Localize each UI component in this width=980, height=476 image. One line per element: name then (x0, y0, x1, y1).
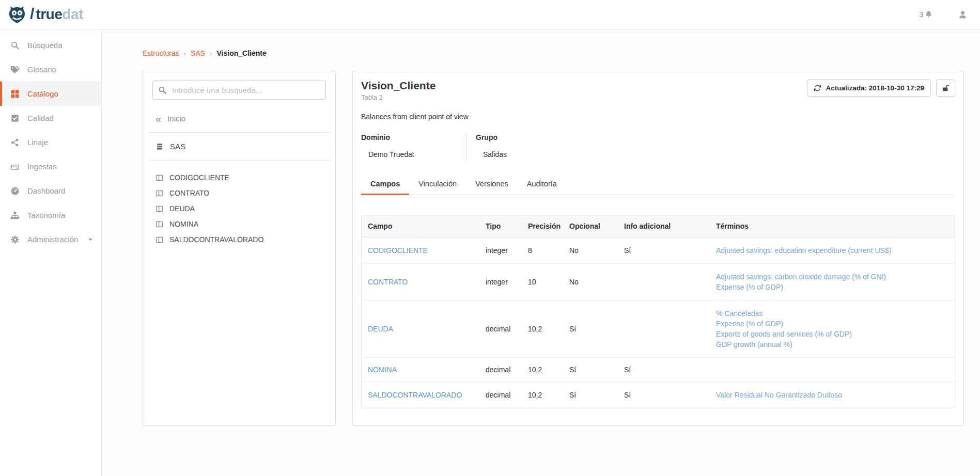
term-link[interactable]: Expense (% of GDP) (716, 319, 951, 329)
term-link[interactable]: Adjusted savings: education expenditure … (716, 245, 951, 256)
structure-search-box (152, 81, 326, 100)
structure-explorer-panel: « Inicio SAS CODIGOCLIENTE CONTRATO (143, 71, 336, 426)
field-terms: Adjusted savings: education expenditure … (710, 237, 955, 264)
breadcrumb: Estructuras › SAS › Vision_Cliente (143, 49, 964, 57)
field-optional: Sí (563, 300, 618, 358)
structure-description: Balances from client point of view (361, 113, 955, 121)
sidebar-item-label: Taxonomía (27, 211, 65, 219)
structure-type-badge: Tabla 2 (361, 93, 435, 101)
field-extra-info (618, 264, 710, 300)
bell-icon (924, 10, 933, 19)
sidebar-item-dashboard[interactable]: Dashboard (0, 179, 101, 203)
chevron-down-icon[interactable] (87, 236, 94, 243)
back-to-inicio[interactable]: « Inicio (152, 114, 326, 123)
table-item[interactable]: DEUDA (152, 201, 326, 216)
term-link[interactable]: Expense (% of GDP) (716, 282, 951, 292)
field-row-deuda: DEUDA decimal 10,2 Sí % Canceladas Expen… (362, 300, 955, 358)
table-item-label: NOMINA (169, 220, 198, 228)
field-terms (710, 358, 955, 382)
share-icon (10, 138, 20, 147)
field-row-nomina: NOMINA decimal 10,2 Sí Sí (362, 358, 955, 382)
table-item-label: SALDOCONTRAVALORADO (169, 235, 263, 244)
term-link[interactable]: Adjusted savings: carbon dioxide damage … (716, 272, 951, 282)
col-opcional: Opcional (563, 215, 618, 237)
search-input[interactable] (172, 86, 320, 94)
owl-logo-icon (7, 6, 27, 24)
table-item[interactable]: CONTRATO (152, 185, 326, 201)
sidebar-item-glosario[interactable]: Glosario (0, 57, 101, 82)
field-link[interactable]: CODIGOCLIENTE (368, 246, 428, 255)
truedat-logo[interactable]: / truedat (7, 5, 83, 24)
sidebar-item-label: Linaje (27, 138, 48, 147)
table-icon (155, 174, 163, 182)
page-title: Vision_Cliente (361, 80, 435, 92)
tab-versiones[interactable]: Versiones (466, 175, 518, 195)
system-item-sas[interactable]: SAS (152, 142, 326, 151)
field-link[interactable]: CONTRATO (368, 278, 408, 286)
tab-vinculacion[interactable]: Vinculación (409, 175, 466, 195)
sidebar-item-taxonomia[interactable]: Taxonomía (0, 203, 101, 227)
user-avatar-button[interactable] (958, 10, 968, 20)
sidebar-item-calidad[interactable]: Calidad (0, 106, 101, 130)
group-label: Grupo (476, 133, 507, 141)
field-precision: 10,2 (522, 382, 563, 408)
sidebar-item-administracion[interactable]: Administración (0, 227, 101, 251)
sidebar-item-label: Administración (27, 235, 78, 244)
back-label: Inicio (167, 114, 185, 123)
brand-secondary: dat (62, 6, 83, 22)
field-type: integer (479, 264, 522, 300)
term-link[interactable]: Exports of goods and services (% of GDP) (716, 329, 951, 339)
table-icon (155, 236, 163, 244)
fields-table-header-row: Campo Tipo Precisión Opcional Info adici… (362, 215, 955, 237)
refresh-button[interactable]: Actualizada: 2018-10-30 17:29 (807, 80, 931, 97)
breadcrumb-link-estructuras[interactable]: Estructuras (143, 49, 179, 57)
sidebar-item-label: Ingestas (27, 162, 57, 171)
field-link[interactable]: DEUDA (368, 325, 393, 333)
fields-table: Campo Tipo Precisión Opcional Info adici… (361, 215, 955, 408)
table-item[interactable]: SALDOCONTRAVALORADO (152, 232, 326, 247)
term-link[interactable]: % Canceladas (716, 308, 951, 319)
tab-campos[interactable]: Campos (361, 175, 409, 195)
sidebar-item-catalogo[interactable]: Catálogo (0, 82, 101, 106)
table-item[interactable]: CODIGOCLIENTE (152, 170, 326, 185)
field-extra-info: Sí (618, 382, 710, 408)
search-icon (10, 41, 20, 50)
domain-value: Demo Truedat (361, 150, 466, 158)
topbar-actions: 3 (919, 10, 968, 20)
notifications-button[interactable]: 3 (919, 10, 933, 19)
field-extra-info (618, 300, 710, 358)
sidebar-item-label: Calidad (27, 114, 54, 122)
field-optional: Sí (563, 358, 618, 382)
sidebar-item-linaje[interactable]: Linaje (0, 130, 101, 154)
double-chevron-left-icon: « (155, 115, 161, 122)
database-icon (155, 142, 164, 151)
grid-icon (10, 89, 20, 99)
field-terms: % Canceladas Expense (% of GDP) Exports … (710, 300, 955, 358)
table-icon (155, 205, 163, 213)
breadcrumb-separator: › (184, 50, 186, 57)
tab-auditoria[interactable]: Auditoría (518, 175, 566, 195)
term-link[interactable]: GDP growth (annual %) (716, 339, 951, 350)
gear-icon (10, 235, 20, 244)
sidebar-item-busqueda[interactable]: Búsqueda (0, 33, 101, 57)
breadcrumb-current: Vision_Cliente (217, 49, 267, 57)
breadcrumb-link-sas[interactable]: SAS (191, 49, 205, 57)
main-content: Estructuras › SAS › Vision_Cliente « Ini… (102, 0, 980, 447)
sidebar-item-label: Glosario (27, 65, 56, 74)
field-extra-info: Sí (618, 358, 710, 382)
col-tipo: Tipo (479, 215, 522, 237)
refresh-icon (814, 84, 821, 92)
field-type: integer (479, 237, 522, 264)
structure-detail-panel: Vision_Cliente Tabla 2 Actualizada: 2018… (352, 71, 964, 426)
field-type: decimal (479, 382, 522, 408)
sidebar-item-ingestas[interactable]: Ingestas (0, 154, 101, 179)
lock-button[interactable] (936, 80, 955, 97)
system-label: SAS (170, 142, 185, 151)
table-icon (155, 189, 163, 197)
unlock-icon (941, 84, 950, 92)
table-item[interactable]: NOMINA (152, 216, 326, 232)
term-link[interactable]: Valor Residual No Garantizado Dudoso (716, 390, 951, 400)
field-link[interactable]: NOMINA (368, 366, 397, 374)
search-icon (158, 86, 167, 94)
field-link[interactable]: SALDOCONTRAVALORADO (368, 391, 462, 399)
